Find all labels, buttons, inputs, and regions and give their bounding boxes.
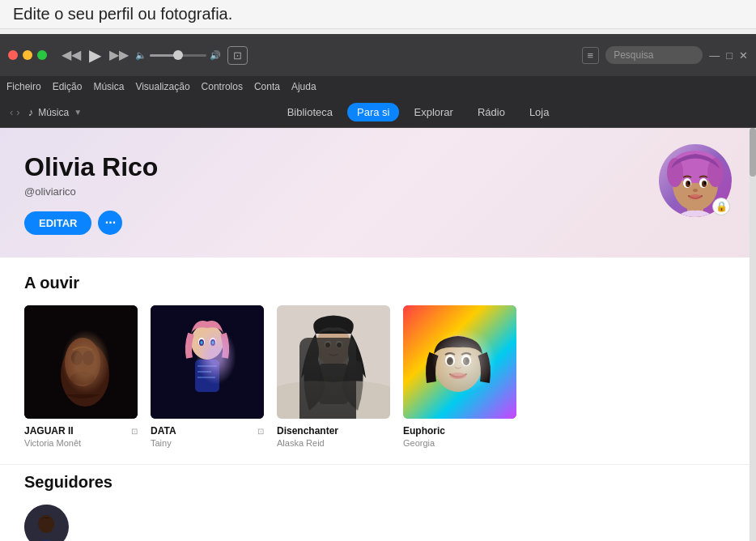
menu-visualizacao[interactable]: Visualização <box>135 81 189 92</box>
svg-point-18 <box>70 372 95 385</box>
window-minimize-button[interactable]: — <box>709 49 720 62</box>
svg-point-33 <box>337 343 342 347</box>
svg-point-9 <box>704 181 707 185</box>
album-artist: Georgia <box>403 438 516 448</box>
album-artist: Alaska Reid <box>277 438 390 448</box>
album-cover-jaguar <box>24 305 138 419</box>
follower-avatar[interactable] <box>24 505 69 541</box>
album-title: DATA <box>151 425 176 437</box>
disenchanter-art <box>277 305 390 419</box>
data-art <box>151 305 264 419</box>
album-title-row: Disenchanter <box>277 425 390 437</box>
svg-point-21 <box>198 338 205 346</box>
album-cover-disenchanter <box>277 305 390 419</box>
svg-rect-25 <box>195 360 219 392</box>
main-content: Olivia Rico @oliviarico EDITAR ··· <box>0 128 756 541</box>
list-item[interactable]: Euphoric Georgia <box>403 305 516 448</box>
tab-biblioteca[interactable]: Biblioteca <box>278 103 342 121</box>
tab-loja[interactable]: Loja <box>520 103 559 121</box>
album-more-icon[interactable]: ⊡ <box>131 427 138 436</box>
list-view-button[interactable]: ≡ <box>582 47 600 64</box>
follower-avatar-svg <box>24 505 69 541</box>
svg-point-31 <box>336 341 342 347</box>
window-controls <box>8 50 47 60</box>
tab-para-si[interactable]: Para si <box>347 103 399 121</box>
volume-high-icon: 🔊 <box>210 50 221 61</box>
svg-point-36 <box>434 335 482 392</box>
close-button[interactable] <box>8 50 18 60</box>
profile-handle: @oliviarico <box>24 185 732 198</box>
album-title: Disenchanter <box>277 425 338 437</box>
nav-bar: ‹ › ♪ Música ▼ Biblioteca Para si Explor… <box>0 97 756 128</box>
more-options-button[interactable]: ··· <box>98 211 122 235</box>
scrollbar-thumb[interactable] <box>750 128 756 177</box>
svg-point-20 <box>191 324 223 360</box>
content-area: Olivia Rico @oliviarico EDITAR ··· <box>0 128 756 541</box>
nav-tabs: Biblioteca Para si Explorar Rádio Loja <box>90 103 746 121</box>
svg-point-43 <box>450 373 466 379</box>
svg-point-26 <box>201 341 203 344</box>
svg-rect-34 <box>319 364 348 404</box>
menu-bar: Ficheiro Edição Música Visualização Cont… <box>0 76 756 97</box>
svg-point-24 <box>210 339 215 346</box>
svg-point-10 <box>693 189 698 192</box>
list-item[interactable]: JAGUAR II ⊡ Victoria Monêt <box>24 305 138 448</box>
svg-point-30 <box>325 341 331 347</box>
volume-slider: 🔈 🔊 <box>135 50 221 61</box>
nav-forward-button[interactable]: › <box>16 106 19 118</box>
menu-edicao[interactable]: Edição <box>53 81 83 92</box>
album-more-icon[interactable]: ⊡ <box>257 427 264 436</box>
tab-radio[interactable]: Rádio <box>468 103 515 121</box>
menu-ficheiro[interactable]: Ficheiro <box>6 81 41 92</box>
list-item[interactable]: Disenchanter Alaska Reid <box>277 305 390 448</box>
minimize-button[interactable] <box>23 50 32 60</box>
transport-controls: ◀◀ ▶ ▶▶ <box>62 47 129 63</box>
edit-profile-button[interactable]: EDITAR <box>24 211 91 235</box>
menu-controlos[interactable]: Controlos <box>202 81 243 92</box>
album-title: JAGUAR II <box>24 425 74 437</box>
tab-explorar[interactable]: Explorar <box>404 103 462 121</box>
album-artist: Tainy <box>151 438 264 448</box>
fullscreen-button[interactable] <box>37 50 47 60</box>
svg-point-42 <box>465 359 469 363</box>
album-info: Euphoric Georgia <box>403 425 516 448</box>
album-title: Euphoric <box>403 425 445 437</box>
list-item[interactable]: DATA ⊡ Tainy <box>151 305 264 448</box>
nav-back-button[interactable]: ‹ <box>10 106 13 118</box>
album-info: DATA ⊡ Tainy <box>151 425 264 448</box>
svg-point-38 <box>461 355 471 366</box>
profile-name: Olivia Rico <box>24 152 732 182</box>
svg-point-8 <box>688 181 690 185</box>
menu-conta[interactable]: Conta <box>254 81 280 92</box>
music-selector[interactable]: ♪ Música ▼ <box>28 106 82 118</box>
album-title-row: Euphoric <box>403 425 516 437</box>
airplay-button[interactable]: ⊡ <box>227 46 248 65</box>
title-bar-right: ≡ — □ ✕ <box>582 46 748 64</box>
title-bar: ◀◀ ▶ ▶▶ 🔈 🔊 ⊡ ≡ — □ ✕ <box>0 34 756 76</box>
nav-arrows: ‹ › <box>10 106 20 118</box>
menu-ajuda[interactable]: Ajuda <box>291 81 316 92</box>
albums-grid: JAGUAR II ⊡ Victoria Monêt <box>24 305 732 448</box>
search-input[interactable] <box>605 46 703 64</box>
volume-track[interactable] <box>150 54 206 57</box>
svg-point-41 <box>449 359 452 363</box>
play-button[interactable]: ▶ <box>89 47 101 63</box>
scrollbar-track <box>750 128 756 541</box>
svg-point-23 <box>199 339 204 346</box>
main-content-wrapper: Olivia Rico @oliviarico EDITAR ··· <box>0 128 756 541</box>
forward-button[interactable]: ▶▶ <box>109 49 129 62</box>
followers-section: Seguidores <box>0 464 756 541</box>
window-close-button[interactable]: ✕ <box>739 49 748 62</box>
profile-actions: EDITAR ··· <box>24 211 732 235</box>
avatar-lock-icon: 🔒 <box>712 198 730 215</box>
rewind-button[interactable]: ◀◀ <box>62 49 81 62</box>
window-restore-button[interactable]: □ <box>726 49 733 62</box>
menu-musica[interactable]: Música <box>93 81 124 92</box>
svg-point-32 <box>325 343 330 347</box>
svg-point-40 <box>463 357 469 365</box>
list-icon: ≡ <box>588 49 594 62</box>
album-cover-euphoric <box>403 305 516 419</box>
music-note-icon: ♪ <box>28 106 34 118</box>
volume-low-icon: 🔈 <box>135 50 147 61</box>
profile-avatar: 🔒 <box>659 144 732 217</box>
